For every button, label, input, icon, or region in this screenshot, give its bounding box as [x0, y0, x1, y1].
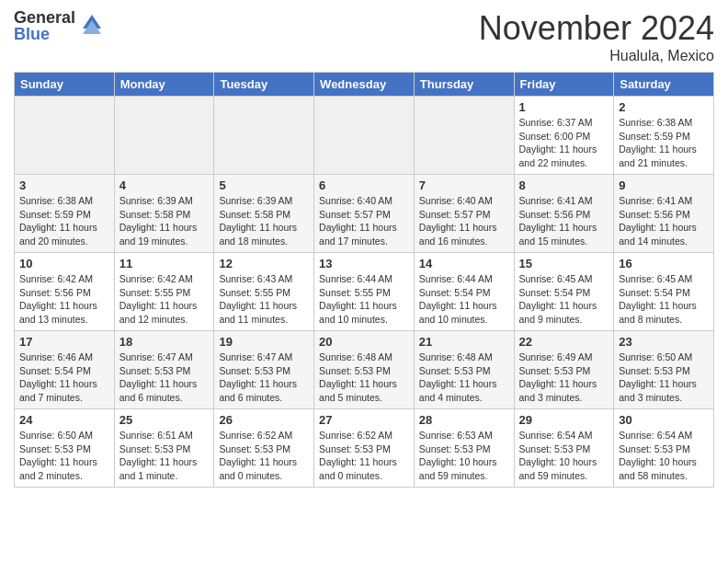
day-info: Sunrise: 6:43 AMSunset: 5:55 PMDaylight:… [219, 272, 309, 327]
calendar-cell: 3Sunrise: 6:38 AMSunset: 5:59 PMDaylight… [15, 175, 115, 253]
day-number: 4 [119, 178, 210, 192]
header-tuesday: Tuesday [214, 73, 314, 97]
day-info: Sunrise: 6:41 AMSunset: 5:56 PMDaylight:… [619, 194, 709, 248]
header: General Blue November 2024 Hualula, Mexi… [14, 9, 714, 64]
day-number: 22 [519, 335, 609, 349]
day-number: 12 [219, 257, 309, 270]
calendar-cell: 25Sunrise: 6:51 AMSunset: 5:53 PMDayligh… [114, 409, 214, 488]
day-info: Sunrise: 6:52 AMSunset: 5:53 PMDaylight:… [319, 429, 409, 483]
day-info: Sunrise: 6:50 AMSunset: 5:53 PMDaylight:… [619, 350, 709, 405]
calendar-cell [214, 97, 314, 175]
calendar-cell: 24Sunrise: 6:50 AMSunset: 5:53 PMDayligh… [15, 409, 115, 488]
calendar-week-row: 24Sunrise: 6:50 AMSunset: 5:53 PMDayligh… [15, 409, 714, 488]
calendar-cell: 4Sunrise: 6:39 AMSunset: 5:58 PMDaylight… [114, 175, 214, 253]
header-monday: Monday [114, 73, 214, 97]
day-info: Sunrise: 6:45 AMSunset: 5:54 PMDaylight:… [519, 272, 609, 327]
day-info: Sunrise: 6:37 AMSunset: 6:00 PMDaylight:… [519, 116, 609, 170]
weekday-header-row: Sunday Monday Tuesday Wednesday Thursday… [15, 73, 714, 97]
calendar-cell: 8Sunrise: 6:41 AMSunset: 5:56 PMDaylight… [514, 175, 614, 253]
header-saturday: Saturday [614, 73, 714, 97]
calendar-cell: 12Sunrise: 6:43 AMSunset: 5:55 PMDayligh… [214, 253, 314, 331]
day-info: Sunrise: 6:40 AMSunset: 5:57 PMDaylight:… [319, 194, 409, 248]
calendar-cell: 17Sunrise: 6:46 AMSunset: 5:54 PMDayligh… [15, 331, 115, 409]
day-number: 8 [519, 178, 609, 192]
calendar-cell: 1Sunrise: 6:37 AMSunset: 6:00 PMDaylight… [514, 97, 614, 175]
day-number: 6 [319, 178, 409, 192]
calendar-cell [414, 97, 514, 175]
calendar-cell: 19Sunrise: 6:47 AMSunset: 5:53 PMDayligh… [214, 331, 314, 409]
calendar-cell: 11Sunrise: 6:42 AMSunset: 5:55 PMDayligh… [114, 253, 214, 331]
day-number: 14 [419, 257, 509, 270]
day-number: 10 [19, 257, 109, 270]
calendar-cell [15, 97, 115, 175]
day-info: Sunrise: 6:45 AMSunset: 5:54 PMDaylight:… [619, 272, 709, 327]
day-number: 5 [219, 178, 309, 192]
logo: General Blue [14, 9, 106, 42]
calendar-week-row: 10Sunrise: 6:42 AMSunset: 5:56 PMDayligh… [15, 253, 714, 331]
day-info: Sunrise: 6:54 AMSunset: 5:53 PMDaylight:… [619, 429, 709, 483]
header-thursday: Thursday [414, 73, 514, 97]
day-number: 16 [619, 257, 709, 270]
logo-blue: Blue [14, 26, 75, 42]
day-info: Sunrise: 6:38 AMSunset: 5:59 PMDaylight:… [619, 116, 709, 170]
day-info: Sunrise: 6:44 AMSunset: 5:54 PMDaylight:… [419, 272, 509, 327]
calendar-week-row: 17Sunrise: 6:46 AMSunset: 5:54 PMDayligh… [15, 331, 714, 409]
calendar-cell: 15Sunrise: 6:45 AMSunset: 5:54 PMDayligh… [514, 253, 614, 331]
calendar-cell: 23Sunrise: 6:50 AMSunset: 5:53 PMDayligh… [614, 331, 714, 409]
day-info: Sunrise: 6:52 AMSunset: 5:53 PMDaylight:… [219, 429, 309, 483]
calendar-cell: 14Sunrise: 6:44 AMSunset: 5:54 PMDayligh… [414, 253, 514, 331]
day-number: 24 [19, 413, 109, 427]
month-title: November 2024 [479, 9, 714, 48]
page: General Blue November 2024 Hualula, Mexi… [0, 0, 728, 501]
day-info: Sunrise: 6:51 AMSunset: 5:53 PMDaylight:… [119, 429, 210, 483]
calendar-cell: 28Sunrise: 6:53 AMSunset: 5:53 PMDayligh… [414, 409, 514, 488]
logo-icon [78, 10, 106, 38]
day-info: Sunrise: 6:41 AMSunset: 5:56 PMDaylight:… [519, 194, 609, 248]
day-info: Sunrise: 6:46 AMSunset: 5:54 PMDaylight:… [19, 350, 109, 405]
day-number: 7 [419, 178, 509, 192]
day-number: 21 [419, 335, 509, 349]
day-info: Sunrise: 6:50 AMSunset: 5:53 PMDaylight:… [19, 429, 109, 483]
day-info: Sunrise: 6:40 AMSunset: 5:57 PMDaylight:… [419, 194, 509, 248]
calendar-cell: 26Sunrise: 6:52 AMSunset: 5:53 PMDayligh… [214, 409, 314, 488]
calendar-cell [114, 97, 214, 175]
day-number: 2 [619, 100, 709, 114]
calendar-week-row: 3Sunrise: 6:38 AMSunset: 5:59 PMDaylight… [15, 175, 714, 253]
day-info: Sunrise: 6:48 AMSunset: 5:53 PMDaylight:… [419, 350, 509, 405]
day-number: 3 [19, 178, 109, 192]
day-number: 1 [519, 100, 609, 114]
calendar-cell: 16Sunrise: 6:45 AMSunset: 5:54 PMDayligh… [614, 253, 714, 331]
day-number: 11 [119, 257, 210, 270]
day-number: 23 [619, 335, 709, 349]
day-number: 30 [619, 413, 709, 427]
calendar-cell: 13Sunrise: 6:44 AMSunset: 5:55 PMDayligh… [314, 253, 415, 331]
calendar-cell: 5Sunrise: 6:39 AMSunset: 5:58 PMDaylight… [214, 175, 314, 253]
day-info: Sunrise: 6:39 AMSunset: 5:58 PMDaylight:… [119, 194, 210, 248]
calendar-cell: 9Sunrise: 6:41 AMSunset: 5:56 PMDaylight… [614, 175, 714, 253]
day-number: 20 [319, 335, 409, 349]
header-friday: Friday [514, 73, 614, 97]
day-number: 28 [419, 413, 509, 427]
day-info: Sunrise: 6:42 AMSunset: 5:56 PMDaylight:… [19, 272, 109, 327]
calendar-cell: 2Sunrise: 6:38 AMSunset: 5:59 PMDaylight… [614, 97, 714, 175]
day-info: Sunrise: 6:49 AMSunset: 5:53 PMDaylight:… [519, 350, 609, 405]
day-number: 13 [319, 257, 409, 270]
location: Hualula, Mexico [479, 48, 714, 64]
day-number: 15 [519, 257, 609, 270]
day-number: 17 [19, 335, 109, 349]
calendar-cell [314, 97, 415, 175]
calendar-cell: 20Sunrise: 6:48 AMSunset: 5:53 PMDayligh… [314, 331, 415, 409]
calendar-cell: 7Sunrise: 6:40 AMSunset: 5:57 PMDaylight… [414, 175, 514, 253]
header-sunday: Sunday [15, 73, 115, 97]
calendar-cell: 22Sunrise: 6:49 AMSunset: 5:53 PMDayligh… [514, 331, 614, 409]
day-info: Sunrise: 6:47 AMSunset: 5:53 PMDaylight:… [119, 350, 210, 405]
calendar-cell: 30Sunrise: 6:54 AMSunset: 5:53 PMDayligh… [614, 409, 714, 488]
day-number: 9 [619, 178, 709, 192]
day-number: 27 [319, 413, 409, 427]
logo-text: General Blue [14, 9, 75, 42]
calendar-cell: 27Sunrise: 6:52 AMSunset: 5:53 PMDayligh… [314, 409, 415, 488]
day-info: Sunrise: 6:54 AMSunset: 5:53 PMDaylight:… [519, 429, 609, 483]
day-number: 25 [119, 413, 210, 427]
day-number: 29 [519, 413, 609, 427]
day-info: Sunrise: 6:38 AMSunset: 5:59 PMDaylight:… [19, 194, 109, 248]
